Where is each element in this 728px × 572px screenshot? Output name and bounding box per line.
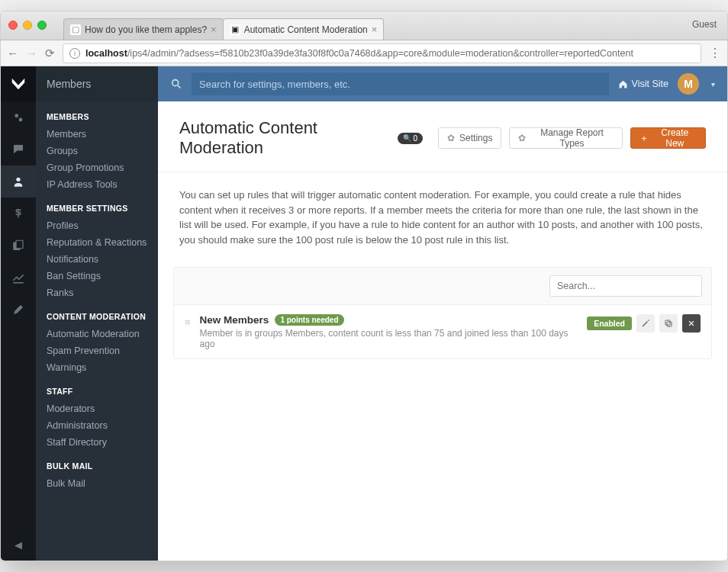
global-search-input[interactable]	[192, 72, 609, 95]
rule-name: New Members	[200, 314, 269, 326]
browser-tab-1[interactable]: ▣ Automatic Content Moderation ×	[223, 18, 385, 40]
visit-site-link[interactable]: Visit Site	[618, 79, 668, 89]
main: Visit Site M ▾ Automatic Content Moderat…	[158, 66, 727, 561]
delete-button[interactable]	[682, 314, 701, 333]
app: ◀ Members MEMBERS Members Groups Group P…	[1, 66, 727, 561]
status-badge: Enabled	[587, 317, 632, 330]
sidebar-item-ip-tools[interactable]: IP Address Tools	[36, 176, 158, 193]
topbar: Visit Site M ▾	[158, 66, 727, 101]
points-badge: 1 points needed	[275, 314, 343, 326]
sidebar-item-ban-settings[interactable]: Ban Settings	[36, 268, 158, 284]
rail-customize-icon[interactable]	[1, 294, 36, 326]
settings-button[interactable]: ✿ Settings	[438, 127, 501, 149]
sidebar-title: Members	[36, 66, 158, 101]
page-title: Automatic Content Moderation	[179, 118, 390, 158]
search-icon: 🔍	[403, 134, 411, 142]
svg-rect-8	[665, 320, 670, 325]
sidebar-heading: STAFF	[36, 376, 158, 400]
sidebar-item-groups[interactable]: Groups	[36, 143, 158, 159]
rail-commerce-icon[interactable]	[1, 198, 36, 230]
sidebar-item-members[interactable]: Members	[36, 126, 158, 143]
zoom-window-button[interactable]	[37, 21, 47, 30]
close-tab-icon[interactable]: ×	[211, 24, 217, 35]
svg-rect-4	[16, 240, 23, 249]
rules-search-input[interactable]	[549, 275, 702, 297]
sidebar-group-content-moderation: CONTENT MODERATION Automatic Moderation …	[36, 301, 158, 376]
back-button[interactable]: ←	[7, 47, 18, 59]
sidebar-group-members: MEMBERS Members Groups Group Promotions …	[36, 101, 158, 193]
rule-actions: Enabled	[587, 314, 701, 333]
rail-pages-icon[interactable]	[1, 230, 36, 262]
sidebar-item-automatic-moderation[interactable]: Automatic Moderation	[36, 326, 158, 342]
search-icon	[170, 78, 182, 90]
sidebar-item-group-promotions[interactable]: Group Promotions	[36, 159, 158, 176]
forward-button[interactable]: →	[26, 47, 37, 59]
user-avatar[interactable]: M	[678, 73, 699, 95]
rail-members-icon[interactable]	[1, 165, 36, 198]
browser-tab-0[interactable]: ▢ How do you like them apples? ×	[63, 18, 224, 40]
sidebar-item-bulk-mail[interactable]: Bulk Mail	[36, 475, 158, 492]
create-new-button[interactable]: ＋ Create New	[630, 127, 706, 149]
sidebar-group-staff: STAFF Moderators Administrators Staff Di…	[36, 376, 158, 451]
content: Automatic Content Moderation 🔍0 ✿ Settin…	[158, 101, 727, 561]
svg-line-6	[178, 85, 180, 88]
browser-tabs: ▢ How do you like them apples? × ▣ Autom…	[63, 11, 383, 40]
intro-text: You can set up rules that will trigger a…	[158, 172, 727, 262]
edit-button[interactable]	[636, 314, 655, 333]
rule-row: ≡ New Members 1 points needed Member is …	[174, 305, 711, 358]
site-info-icon[interactable]: i	[69, 48, 80, 59]
rail-stats-icon[interactable]	[1, 262, 36, 294]
favicon: ▣	[230, 24, 240, 35]
sidebar-item-spam-prevention[interactable]: Spam Prevention	[36, 342, 158, 359]
tab-title: Automatic Content Moderation	[244, 24, 368, 35]
favicon: ▢	[70, 24, 81, 35]
url-path: /ips4/admin/?adsess=f5810b23f0a39de3fa30…	[127, 48, 633, 59]
svg-point-0	[14, 114, 18, 117]
browser-menu-button[interactable]: ⋮	[709, 46, 721, 60]
close-tab-icon[interactable]: ×	[372, 24, 378, 35]
url-bar: ← → ⟳ i localhost /ips4/admin/?adsess=f5…	[1, 40, 727, 66]
chevron-down-icon[interactable]: ▾	[711, 80, 715, 88]
sidebar-item-warnings[interactable]: Warnings	[36, 359, 158, 376]
sidebar-item-profiles[interactable]: Profiles	[36, 217, 158, 234]
app-logo[interactable]	[1, 66, 36, 101]
sidebar-group-bulk-mail: BULK MAIL Bulk Mail	[36, 451, 158, 492]
rule-description: Member is in groups Members, content cou…	[200, 328, 578, 349]
sidebar-item-staff-directory[interactable]: Staff Directory	[36, 434, 158, 451]
sidebar-item-administrators[interactable]: Administrators	[36, 417, 158, 434]
url-host: localhost	[85, 48, 127, 59]
sidebar: Members MEMBERS Members Groups Group Pro…	[36, 66, 158, 561]
sidebar-item-notifications[interactable]: Notifications	[36, 251, 158, 268]
svg-point-5	[172, 80, 179, 86]
rail-chat-icon[interactable]	[1, 133, 36, 165]
svg-rect-7	[667, 322, 672, 326]
profile-label[interactable]: Guest	[692, 19, 717, 30]
rail-collapse-icon[interactable]: ◀	[1, 529, 36, 561]
address-field[interactable]: i localhost /ips4/admin/?adsess=f5810b23…	[63, 43, 701, 63]
sidebar-heading: MEMBER SETTINGS	[36, 193, 158, 217]
browser-window: ▢ How do you like them apples? × ▣ Autom…	[0, 11, 728, 561]
rules-panel: ≡ New Members 1 points needed Member is …	[173, 267, 712, 359]
panel-search-row	[174, 268, 711, 305]
sidebar-item-reputation[interactable]: Reputation & Reactions	[36, 234, 158, 251]
manage-report-types-button[interactable]: ✿ Manage Report Types	[509, 127, 622, 149]
minimize-window-button[interactable]	[23, 21, 32, 30]
rule-body: New Members 1 points needed Member is in…	[200, 314, 578, 349]
sidebar-heading: BULK MAIL	[36, 451, 158, 475]
icon-rail: ◀	[1, 66, 36, 561]
rail-settings-icon[interactable]	[1, 101, 36, 133]
titlebar: ▢ How do you like them apples? × ▣ Autom…	[1, 11, 727, 40]
close-window-button[interactable]	[8, 21, 18, 30]
page-header: Automatic Content Moderation 🔍0 ✿ Settin…	[158, 101, 727, 172]
sidebar-item-moderators[interactable]: Moderators	[36, 400, 158, 417]
gear-icon: ✿	[518, 133, 526, 143]
reload-button[interactable]: ⟳	[45, 47, 55, 60]
svg-point-2	[16, 178, 20, 182]
count-badge: 🔍0	[398, 133, 424, 144]
copy-button[interactable]	[659, 314, 678, 333]
home-icon	[618, 79, 628, 89]
gear-icon: ✿	[447, 133, 455, 143]
tab-title: How do you like them apples?	[85, 24, 207, 35]
sidebar-item-ranks[interactable]: Ranks	[36, 284, 158, 301]
drag-handle-icon[interactable]: ≡	[185, 317, 191, 328]
